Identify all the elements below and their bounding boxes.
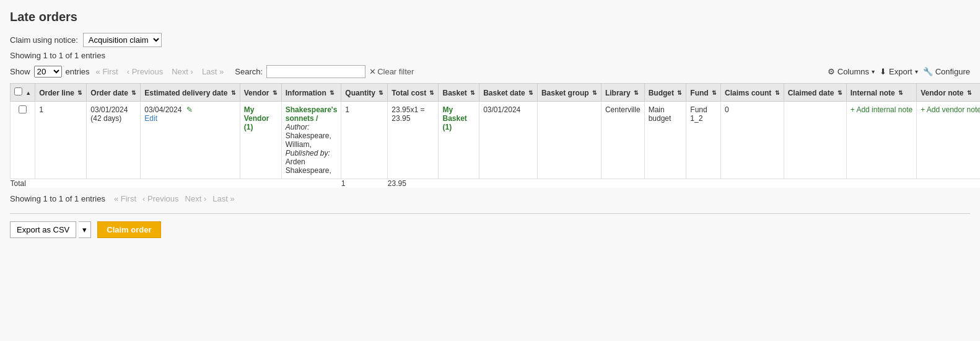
show-entries-select[interactable]: 10 20 50 100 <box>34 66 62 78</box>
basket-link[interactable]: My Basket (1) <box>442 105 466 131</box>
edit-date-link[interactable]: Edit <box>144 114 157 123</box>
col-quantity: Quantity ⇅ <box>341 84 388 102</box>
add-internal-note-link[interactable]: + Add internal note <box>851 105 912 114</box>
claim-notice-select[interactable]: Acquisition claim <box>83 33 162 47</box>
cell-information: Shakespeare's sonnets / Author: Shakespe… <box>281 102 341 179</box>
claim-order-btn[interactable]: Claim order <box>97 221 160 238</box>
cell-est-delivery-date: 03/04/2024 ✎ Edit <box>141 102 240 179</box>
total-label: Total <box>11 179 341 188</box>
export-btn[interactable]: ⬇ Export ▾ <box>880 67 918 76</box>
wrench-icon: 🔧 <box>923 67 933 76</box>
select-all-checkbox[interactable] <box>14 87 22 95</box>
entries-label: entries <box>66 67 90 76</box>
clear-filter-btn[interactable]: ✕ Clear filter <box>369 67 414 76</box>
export-csv-dropdown-btn[interactable]: ▾ <box>79 221 91 238</box>
col-internal-note: Internal note ⇅ <box>846 84 916 102</box>
gear-icon: ⚙ <box>828 67 835 76</box>
col-basket-date: Basket date ⇅ <box>479 84 538 102</box>
row-checkbox[interactable] <box>19 105 27 113</box>
cell-basket: My Basket (1) <box>439 102 479 179</box>
clear-icon: ✕ <box>369 67 376 76</box>
total-quantity: 1 <box>341 179 388 188</box>
showing-text-bottom: Showing 1 to 1 of 1 entries <box>10 194 105 203</box>
col-estimated-delivery-date: Estimated delivery date ⇅ <box>141 84 240 102</box>
col-order-date: Order date ⇅ <box>87 84 141 102</box>
chevron-down-icon: ▾ <box>872 68 875 75</box>
cell-fund: Fund 1_2 <box>686 102 721 179</box>
cell-basket-group <box>537 102 601 179</box>
total-row: Total 1 23.95 <box>11 179 981 188</box>
showing-text-top: Showing 1 to 1 of 1 entries <box>10 51 970 60</box>
col-vendor: Vendor ⇅ <box>240 84 281 102</box>
next-page-btn-bottom[interactable]: Next › <box>183 193 209 205</box>
first-page-btn-top[interactable]: « First <box>94 66 121 78</box>
next-page-btn-top[interactable]: Next › <box>169 66 196 78</box>
add-vendor-note-link[interactable]: + Add vendor note <box>921 105 980 114</box>
cell-budget: Main budget <box>644 102 686 179</box>
edit-pencil-icon: ✎ <box>186 105 193 114</box>
published-value: Arden Shakespeare, <box>286 157 331 175</box>
cell-vendor: My Vendor (1) <box>240 102 281 179</box>
col-basket: Basket ⇅ <box>439 84 479 102</box>
cell-claims-count: 0 <box>720 102 784 179</box>
previous-page-btn-bottom[interactable]: ‹ Previous <box>140 193 182 205</box>
col-claims-count: Claims count ⇅ <box>720 84 784 102</box>
published-by-label: Published by: <box>286 149 330 157</box>
author-label: Author: <box>286 123 310 131</box>
download-icon: ⬇ <box>880 67 886 76</box>
author-value: Shakespeare, William, <box>286 131 331 149</box>
col-total-cost: Total cost ⇅ <box>388 84 439 102</box>
export-csv-btn[interactable]: Export as CSV <box>10 221 76 238</box>
cell-quantity: 1 <box>341 102 388 179</box>
col-information: Information ⇅ <box>281 84 341 102</box>
configure-btn[interactable]: 🔧 Configure <box>923 67 970 76</box>
total-cost: 23.95 <box>388 179 439 188</box>
cell-total-cost: 23.95x1 = 23.95 <box>388 102 439 179</box>
cell-order-date: 03/01/2024 (42 days) <box>87 102 141 179</box>
select-all-col: ▲ <box>11 84 35 102</box>
first-page-btn-bottom[interactable]: « First <box>112 193 139 205</box>
col-order-line: Order line ⇅ <box>35 84 87 102</box>
col-library: Library ⇅ <box>601 84 644 102</box>
search-input[interactable] <box>266 65 365 78</box>
col-budget: Budget ⇅ <box>644 84 686 102</box>
table-row: 1 03/01/2024 (42 days) 03/04/2024 ✎ Edit… <box>11 102 981 179</box>
cell-vendor-note: + Add vendor note <box>917 102 980 179</box>
previous-page-btn-top[interactable]: ‹ Previous <box>125 66 166 78</box>
col-vendor-note: Vendor note ⇅ <box>917 84 980 102</box>
cell-library: Centerville <box>601 102 644 179</box>
row-checkbox-cell <box>11 102 35 179</box>
page-title: Late orders <box>10 10 970 24</box>
late-orders-table: ▲ Order line ⇅ Order date ⇅ Estimated de… <box>10 83 980 188</box>
columns-btn[interactable]: ⚙ Columns ▾ <box>828 67 875 76</box>
search-label: Search: <box>235 67 263 76</box>
vendor-link[interactable]: My Vendor (1) <box>244 105 269 131</box>
col-claimed-date: Claimed date ⇅ <box>784 84 846 102</box>
cell-internal-note: + Add internal note <box>846 102 916 179</box>
col-fund: Fund ⇅ <box>686 84 721 102</box>
cell-claimed-date <box>784 102 846 179</box>
last-page-btn-top[interactable]: Last » <box>199 66 226 78</box>
col-basket-group: Basket group ⇅ <box>537 84 601 102</box>
chevron-down-icon-export: ▾ <box>915 68 918 75</box>
cell-order-line: 1 <box>35 102 87 179</box>
show-label: Show <box>10 67 30 76</box>
cell-basket-date: 03/01/2024 <box>479 102 538 179</box>
dropdown-caret-icon: ▾ <box>82 225 87 234</box>
claim-notice-label: Claim using notice: <box>10 35 78 45</box>
information-title-link[interactable]: Shakespeare's sonnets / <box>286 105 338 123</box>
last-page-btn-bottom[interactable]: Last » <box>210 193 237 205</box>
